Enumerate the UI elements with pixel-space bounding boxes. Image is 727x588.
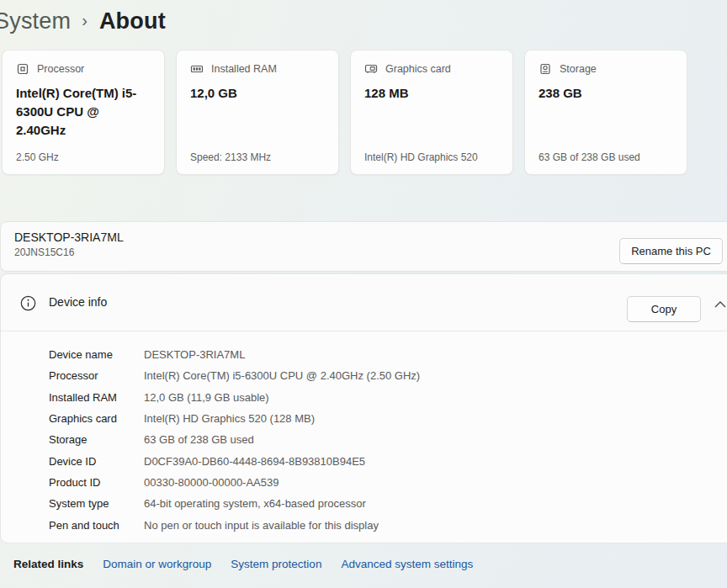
- info-row-label: Pen and touch: [49, 519, 144, 532]
- info-row-value: 00330-80000-00000-AA539: [144, 476, 279, 489]
- related-links: Related links Domain or workgroup System…: [13, 558, 473, 570]
- page-title: About: [99, 8, 166, 34]
- card-value: Intel(R) Core(TM) i5-6300U CPU @ 2.40GHz: [16, 84, 151, 140]
- info-row-label: System type: [49, 497, 144, 510]
- card-storage: Storage 238 GB 63 GB of 238 GB used: [524, 50, 687, 175]
- related-links-title: Related links: [13, 558, 83, 570]
- link-system-protection[interactable]: System protection: [231, 558, 321, 570]
- card-detail: Speed: 2133 MHz: [190, 151, 271, 163]
- breadcrumb-system[interactable]: System: [0, 8, 71, 34]
- info-row-label: Storage: [49, 433, 144, 446]
- info-row-graphics-card: Graphics card Intel(R) HD Graphics 520 (…: [1, 408, 727, 429]
- info-row-value: Intel(R) Core(TM) i5-6300U CPU @ 2.40GHz…: [144, 369, 420, 382]
- info-row-device-name: Device name DESKTOP-3RIA7ML: [1, 344, 727, 365]
- info-icon: [20, 295, 36, 315]
- device-info-body: Device name DESKTOP-3RIA7ML Processor In…: [1, 331, 727, 543]
- settings-about-page: System › About Processor Intel(R) Core(T…: [0, 0, 727, 588]
- info-row-label: Processor: [49, 369, 144, 382]
- link-advanced-system-settings[interactable]: Advanced system settings: [341, 558, 473, 570]
- link-domain-or-workgroup[interactable]: Domain or workgroup: [103, 558, 211, 570]
- chevron-up-icon[interactable]: [713, 299, 727, 309]
- info-row-value: 64-bit operating system, x64-based proce…: [144, 497, 366, 510]
- storage-icon: [539, 62, 552, 76]
- rename-pc-button[interactable]: Rename this PC: [619, 238, 723, 264]
- card-detail: 63 GB of 238 GB used: [539, 151, 640, 163]
- info-row-label: Installed RAM: [49, 391, 144, 404]
- info-row-value: Intel(R) HD Graphics 520 (128 MB): [144, 412, 315, 425]
- copy-button[interactable]: Copy: [627, 296, 701, 322]
- info-row-value: 12,0 GB (11,9 GB usable): [144, 391, 269, 404]
- info-row-product-id: Product ID 00330-80000-00000-AA539: [1, 472, 727, 493]
- card-label: Processor: [37, 63, 84, 75]
- card-label: Installed RAM: [211, 63, 277, 75]
- card-detail: 2.50 GHz: [16, 151, 59, 163]
- card-value: 128 MB: [364, 84, 499, 103]
- info-row-storage: Storage 63 GB of 238 GB used: [1, 429, 727, 450]
- card-value: 12,0 GB: [190, 84, 325, 103]
- device-model: 20JNS15C16: [14, 246, 124, 258]
- info-row-label: Device name: [49, 348, 144, 361]
- card-processor: Processor Intel(R) Core(TM) i5-6300U CPU…: [2, 50, 165, 175]
- card-graphics: Graphics card 128 MB Intel(R) HD Graphic…: [350, 50, 513, 175]
- device-name: DESKTOP-3RIA7ML: [14, 230, 124, 244]
- breadcrumb-separator-icon: ›: [82, 11, 88, 30]
- cpu-icon: [16, 62, 29, 76]
- card-installed-ram: Installed RAM 12,0 GB Speed: 2133 MHz: [176, 50, 339, 175]
- info-row-value: 63 GB of 238 GB used: [144, 433, 254, 446]
- gpu-icon: [364, 62, 378, 76]
- info-row-value: DESKTOP-3RIA7ML: [144, 348, 245, 361]
- device-name-panel: DESKTOP-3RIA7ML 20JNS15C16 Rename this P…: [0, 221, 727, 272]
- device-info-title: Device info: [49, 295, 107, 309]
- card-label: Storage: [560, 63, 597, 75]
- device-info-header[interactable]: Device info Copy: [1, 274, 727, 331]
- ram-icon: [190, 62, 204, 76]
- card-value: 238 GB: [539, 84, 673, 103]
- summary-cards: Processor Intel(R) Core(TM) i5-6300U CPU…: [2, 50, 687, 175]
- device-info-panel: Device info Copy Device name DESKTOP-3RI…: [0, 273, 727, 543]
- info-row-system-type: System type 64-bit operating system, x64…: [1, 493, 727, 514]
- info-row-label: Product ID: [49, 476, 144, 489]
- info-row-pen-touch: Pen and touch No pen or touch input is a…: [1, 514, 727, 535]
- info-row-device-id: Device ID D0CF39A0-DB60-4448-8694-8B9381…: [1, 450, 727, 471]
- info-row-label: Graphics card: [49, 412, 144, 425]
- breadcrumb: System › About: [0, 5, 166, 37]
- card-label: Graphics card: [385, 63, 451, 75]
- info-row-value: No pen or touch input is available for t…: [144, 519, 379, 532]
- info-row-value: D0CF39A0-DB60-4448-8694-8B93810B94E5: [144, 455, 365, 468]
- card-detail: Intel(R) HD Graphics 520: [364, 151, 478, 163]
- info-row-processor: Processor Intel(R) Core(TM) i5-6300U CPU…: [1, 365, 727, 386]
- info-row-label: Device ID: [49, 455, 144, 468]
- info-row-installed-ram: Installed RAM 12,0 GB (11,9 GB usable): [1, 387, 727, 408]
